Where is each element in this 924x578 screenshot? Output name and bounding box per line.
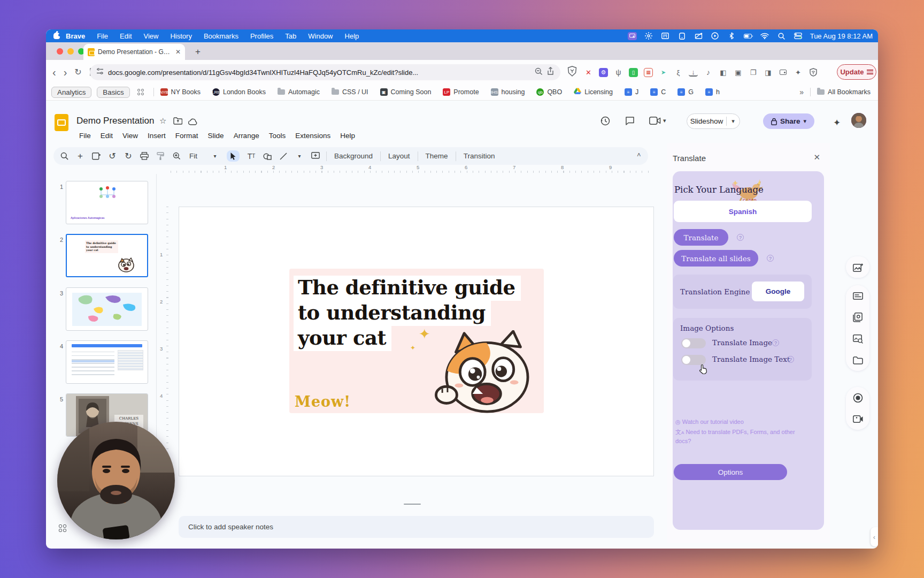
theme-button[interactable]: Theme: [421, 152, 453, 160]
menu-slide[interactable]: Slide: [204, 131, 228, 141]
menu-help[interactable]: Help: [336, 131, 359, 141]
caption-card-icon[interactable]: [852, 291, 863, 301]
share-button[interactable]: Share ▾: [763, 113, 814, 129]
slide-thumbnail-3[interactable]: [66, 287, 148, 331]
back-button[interactable]: ‹: [52, 67, 56, 78]
notes-resize-handle[interactable]: [404, 504, 421, 505]
bookmark-group-basics[interactable]: Basics: [97, 87, 129, 98]
redo-icon[interactable]: ↻: [124, 151, 133, 161]
notebook-extension-icon[interactable]: ▯: [629, 68, 638, 77]
slide-meow-text[interactable]: Meow!: [295, 393, 351, 410]
new-slide-plus-icon[interactable]: +: [76, 151, 84, 162]
menubar-profiles[interactable]: Profiles: [250, 32, 273, 40]
x-extension-icon[interactable]: ✕: [584, 68, 593, 77]
gemini-sparkle-icon[interactable]: ✦: [833, 117, 841, 128]
all-bookmarks[interactable]: All Bookmarks: [817, 88, 871, 96]
settings-extension-icon[interactable]: ⚙: [599, 68, 608, 77]
engine-google-button[interactable]: Google: [752, 282, 804, 301]
select-tool[interactable]: [227, 150, 240, 162]
screenshot-stack-icon[interactable]: [852, 312, 863, 323]
slide-title-text[interactable]: The definitive guide to understanding yo…: [294, 276, 521, 351]
display-off-icon[interactable]: [694, 32, 703, 40]
slideshow-button[interactable]: Slideshow ▾: [687, 113, 740, 129]
bookmark-automagic[interactable]: Automagic: [278, 88, 320, 96]
brave-shield-icon[interactable]: [567, 66, 577, 79]
slide-thumbnail-1[interactable]: Aplicaciones Automagicas: [66, 181, 148, 224]
background-button[interactable]: Background: [329, 152, 378, 160]
insert-comment-tool[interactable]: [311, 152, 320, 160]
collapse-toolbar-icon[interactable]: ˄: [637, 151, 641, 159]
browser-tab[interactable]: Demo Presentation - Google S ✕: [83, 44, 185, 60]
zoom-icon[interactable]: [172, 152, 181, 160]
spotlight-search-icon[interactable]: [777, 32, 786, 40]
battery-icon[interactable]: [744, 32, 753, 40]
psi-extension-icon[interactable]: ψ: [614, 68, 623, 77]
share-page-icon[interactable]: [547, 67, 554, 78]
address-bar[interactable]: docs.google.com/presentation/d/11gGsv4bg…: [90, 64, 560, 80]
translate-image-text-help-icon[interactable]: ?: [787, 356, 794, 363]
site-settings-icon[interactable]: [96, 67, 104, 77]
translate-all-help-icon[interactable]: ?: [767, 255, 774, 262]
share-dropdown[interactable]: ▾: [804, 118, 807, 125]
document-title[interactable]: Demo Presentation: [76, 116, 155, 126]
update-browser-button[interactable]: Update: [837, 64, 876, 80]
line-tool[interactable]: [279, 153, 288, 160]
language-select[interactable]: Spanish: [674, 201, 812, 222]
tutorial-video-link[interactable]: ◎ Watch our tutorial video: [675, 419, 809, 425]
cloud-saved-icon[interactable]: [188, 118, 198, 127]
settings-menu-icon[interactable]: [644, 32, 653, 40]
window-manager-icon[interactable]: [661, 32, 670, 40]
speaker-notes[interactable]: Click to add speaker notes: [179, 516, 654, 538]
control-center-icon[interactable]: [794, 32, 803, 40]
translate-image-toggle[interactable]: [681, 338, 706, 348]
slide-thumbnail-2-selected[interactable]: The definitive guide to understanding yo…: [66, 234, 148, 277]
new-tab-button[interactable]: +: [195, 47, 201, 57]
text-box-tool[interactable]: TT: [247, 152, 256, 161]
menubar-bookmarks[interactable]: Bookmarks: [204, 32, 238, 40]
reload-button[interactable]: ↻: [74, 68, 81, 77]
layout-button[interactable]: Layout: [383, 152, 415, 160]
account-avatar[interactable]: [851, 113, 866, 128]
vpn-shield-icon[interactable]: [808, 68, 818, 77]
camera-toggle-icon[interactable]: [852, 414, 863, 424]
lasso-extension-icon[interactable]: ξ: [674, 68, 683, 77]
menubar-clock[interactable]: Tue Aug 19 8:12 AM: [810, 32, 873, 40]
search-menus-icon[interactable]: [60, 152, 68, 160]
paint-format-icon[interactable]: [156, 152, 165, 161]
slideshow-dropdown[interactable]: ▾: [727, 118, 740, 125]
bluetooth-icon[interactable]: [727, 32, 736, 40]
close-window-button[interactable]: [57, 48, 63, 55]
minimize-window-button[interactable]: [67, 48, 74, 55]
menubar-history[interactable]: History: [170, 32, 191, 40]
leo-ai-icon[interactable]: ✦: [794, 68, 803, 77]
wallet-icon[interactable]: [779, 68, 788, 77]
menu-view[interactable]: View: [119, 131, 142, 141]
bookmark-h[interactable]: ≡h: [705, 88, 720, 96]
transition-button[interactable]: Transition: [459, 152, 500, 160]
bookmark-housing[interactable]: IHShousing: [491, 88, 525, 96]
record-icon[interactable]: [852, 392, 863, 403]
bookmarks-overflow-icon[interactable]: »: [799, 88, 804, 96]
grid-view-icon[interactable]: [59, 524, 67, 533]
device-shield-icon[interactable]: [677, 32, 687, 40]
collapse-strip-handle[interactable]: ‹: [871, 527, 878, 546]
wifi-icon[interactable]: [760, 32, 769, 40]
menu-arrange[interactable]: Arrange: [230, 131, 263, 141]
menubar-app-menu[interactable]: Brave: [66, 32, 85, 40]
bookmark-j[interactable]: ≡J: [625, 88, 638, 96]
menubar-help[interactable]: Help: [345, 32, 359, 40]
bookmark-ny-books[interactable]: NYBNY Books: [160, 88, 201, 96]
reading-mode-icon[interactable]: ◧: [719, 68, 728, 77]
zoom-out-page-icon[interactable]: [535, 67, 543, 78]
bookmark-qbo[interactable]: qbQBO: [536, 88, 562, 96]
bookmark-g[interactable]: ≡G: [677, 88, 694, 96]
menu-insert[interactable]: Insert: [144, 131, 170, 141]
menu-extensions[interactable]: Extensions: [291, 131, 334, 141]
downloads-icon[interactable]: ↓: [689, 69, 698, 77]
comments-icon[interactable]: [625, 116, 635, 128]
bookmark-c[interactable]: ≡C: [650, 88, 666, 96]
bookmark-coming-soon[interactable]: ▣Coming Soon: [380, 88, 432, 96]
close-panel-icon[interactable]: ✕: [813, 153, 820, 162]
play-status-icon[interactable]: [711, 32, 720, 40]
menu-file[interactable]: File: [75, 131, 95, 141]
